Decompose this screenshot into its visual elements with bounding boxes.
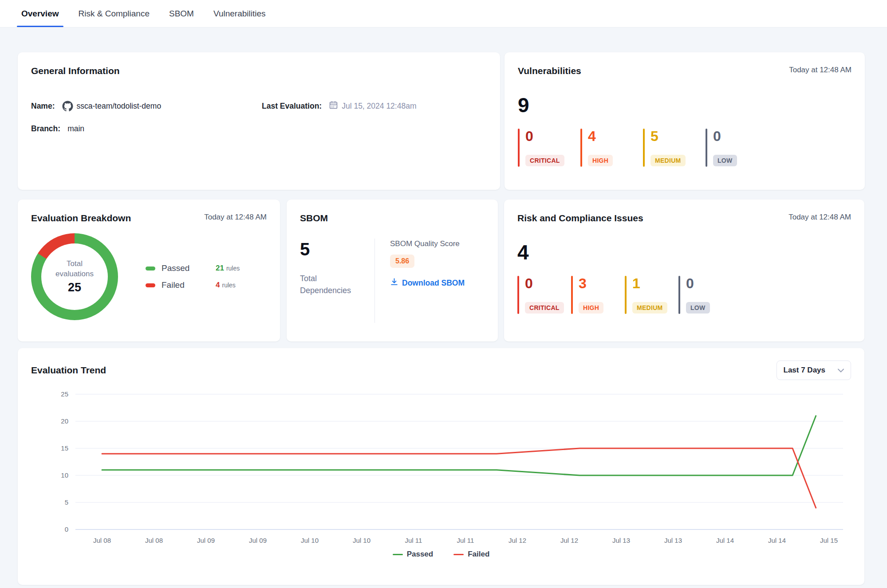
total-dependencies-count: 5: [300, 239, 375, 259]
severity-high: 3 HIGH: [571, 276, 625, 314]
branch-value: main: [67, 124, 84, 133]
severity-count: 1: [632, 276, 667, 290]
calendar-icon: [329, 100, 338, 112]
last-evaluation-label: Last Evaluation:: [262, 102, 322, 111]
svg-text:Jul 11: Jul 11: [405, 537, 422, 544]
severity-count: 0: [525, 129, 564, 143]
passed-unit: rules: [226, 265, 240, 272]
tab-risk-compliance[interactable]: Risk & Compliance: [79, 0, 150, 27]
passed-count: 21: [216, 264, 224, 273]
severity-badge: MEDIUM: [650, 155, 686, 166]
severity-count: 0: [713, 129, 737, 143]
svg-text:10: 10: [61, 471, 68, 479]
evaluation-trend-title: Evaluation Trend: [31, 365, 106, 376]
passed-line-swatch-icon: [393, 554, 403, 555]
severity-medium: 1 MEDIUM: [625, 276, 678, 314]
general-information-title: General Information: [31, 66, 487, 76]
legend-failed: Failed: [453, 550, 489, 559]
vulnerabilities-title: Vulnerabilities: [518, 66, 581, 76]
severity-critical: 0 CRITICAL: [518, 129, 580, 167]
severity-badge: LOW: [713, 155, 737, 166]
evaluation-trend-card: Evaluation Trend Last 7 Days 0510152025J…: [18, 348, 864, 585]
severity-low: 0 LOW: [678, 276, 732, 314]
evaluation-breakdown-title: Evaluation Breakdown: [31, 213, 131, 223]
severity-bar: [706, 129, 707, 167]
svg-text:Jul 08: Jul 08: [93, 537, 111, 544]
legend-failed-label: Failed: [468, 550, 489, 559]
risk-compliance-timestamp: Today at 12:48 AM: [788, 213, 851, 222]
last-evaluation-field: Last Evaluation: Jul 15, 2024 12:48am: [262, 100, 487, 112]
severity-badge: LOW: [686, 302, 710, 314]
legend-passed: Passed 21 rules: [146, 263, 267, 273]
dashboard-content: General Information Name: ssca-team/todo…: [0, 27, 887, 585]
severity-count: 4: [588, 129, 613, 143]
download-sbom-link[interactable]: Download SBOM: [390, 278, 465, 288]
donut-center-label: Total evaluations: [49, 259, 100, 279]
svg-text:15: 15: [61, 444, 68, 452]
branch-label: Branch:: [31, 124, 60, 133]
total-dependencies-label: Total Dependencies: [300, 273, 358, 297]
legend-failed: Failed 4 rules: [146, 280, 267, 290]
severity-count: 0: [686, 276, 710, 290]
severity-high: 4 HIGH: [580, 129, 643, 167]
svg-text:5: 5: [65, 498, 68, 506]
evaluation-trend-chart: 0510152025Jul 08Jul 08Jul 09Jul 09Jul 10…: [31, 386, 851, 548]
severity-badge: CRITICAL: [525, 155, 564, 166]
chevron-down-icon: [838, 366, 844, 375]
failed-line-swatch-icon: [453, 554, 464, 555]
svg-text:Jul 14: Jul 14: [716, 537, 734, 544]
download-sbom-label: Download SBOM: [402, 278, 465, 288]
svg-text:Jul 08: Jul 08: [145, 537, 163, 544]
legend-passed: Passed: [393, 550, 434, 559]
tab-sbom[interactable]: SBOM: [169, 0, 194, 27]
trend-chart-legend: Passed Failed: [31, 550, 851, 559]
risk-compliance-card: Risk and Compliance Issues Today at 12:4…: [504, 200, 864, 341]
passed-swatch-icon: [146, 267, 155, 270]
legend-passed-label: Passed: [407, 550, 434, 559]
time-range-value: Last 7 Days: [784, 366, 826, 375]
time-range-dropdown[interactable]: Last 7 Days: [777, 361, 852, 380]
svg-text:Jul 09: Jul 09: [249, 537, 267, 544]
severity-badge: HIGH: [579, 302, 603, 314]
severity-badge: MEDIUM: [632, 302, 667, 314]
repo-name-field: Name: ssca-team/todolist-demo: [31, 100, 262, 112]
failed-swatch-icon: [146, 283, 155, 287]
sbom-title: SBOM: [300, 213, 485, 223]
svg-text:Jul 13: Jul 13: [664, 537, 682, 544]
severity-bar: [571, 276, 573, 314]
passed-label: Passed: [162, 263, 204, 273]
tab-overview[interactable]: Overview: [21, 0, 59, 27]
sbom-quality-score-label: SBOM Quality Score: [390, 239, 465, 248]
severity-bar: [678, 276, 680, 314]
github-icon: [62, 101, 73, 112]
tab-bar: Overview Risk & Compliance SBOM Vulnerab…: [0, 0, 887, 27]
svg-text:Jul 15: Jul 15: [820, 537, 838, 544]
name-label: Name:: [31, 102, 55, 111]
severity-medium: 5 MEDIUM: [643, 129, 706, 167]
evaluations-donut-chart: Total evaluations 25: [31, 233, 118, 320]
vulnerabilities-card: Vulnerabilities Today at 12:48 AM 9 0 CR…: [505, 52, 865, 190]
failed-label: Failed: [162, 280, 204, 290]
severity-badge: HIGH: [588, 155, 613, 166]
svg-text:25: 25: [61, 390, 68, 398]
svg-text:Jul 11: Jul 11: [457, 537, 474, 544]
svg-text:Jul 10: Jul 10: [301, 537, 319, 544]
evaluation-breakdown-timestamp: Today at 12:48 AM: [204, 213, 267, 222]
severity-count: 0: [525, 276, 564, 290]
vulnerabilities-timestamp: Today at 12:48 AM: [789, 66, 852, 74]
severity-bar: [517, 276, 519, 314]
severity-bar: [518, 129, 520, 167]
risk-compliance-total: 4: [517, 242, 851, 263]
last-evaluation-value: Jul 15, 2024 12:48am: [342, 102, 416, 111]
svg-text:Jul 09: Jul 09: [197, 537, 215, 544]
severity-count: 3: [579, 276, 603, 290]
severity-low: 0 LOW: [706, 129, 768, 167]
failed-unit: rules: [222, 282, 235, 289]
vulnerabilities-total: 9: [518, 95, 852, 115]
tab-vulnerabilities[interactable]: Vulnerabilities: [213, 0, 266, 27]
general-information-card: General Information Name: ssca-team/todo…: [18, 52, 500, 190]
svg-text:Jul 14: Jul 14: [768, 537, 786, 544]
severity-bar: [580, 129, 582, 167]
sbom-quality-score-value: 5.86: [390, 255, 414, 268]
severity-critical: 0 CRITICAL: [517, 276, 571, 314]
